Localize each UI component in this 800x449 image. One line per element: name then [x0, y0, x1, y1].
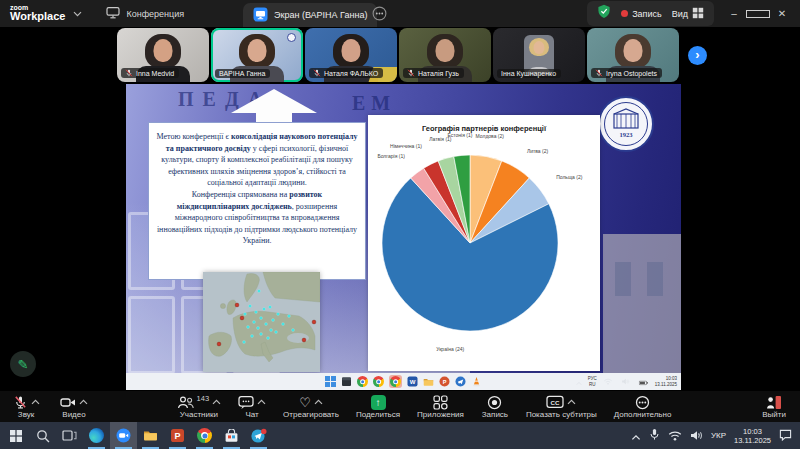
toolbar-chat-button[interactable]: Чат: [238, 394, 266, 419]
shared-taskbar-vlc-icon: [471, 376, 482, 387]
shared-taskbar-chrome-icon: [373, 376, 384, 387]
action-center-icon[interactable]: [779, 427, 792, 445]
zoom-workplace-logo: zoom Workplace: [10, 4, 65, 23]
taskbar-ppt-icon[interactable]: P: [164, 422, 191, 449]
next-participants-button[interactable]: ›: [688, 46, 707, 65]
europe-map: [203, 272, 320, 372]
shared-clock: 10:0313.11.2025: [655, 376, 677, 386]
toolbar-share-button[interactable]: ↑Поделиться: [356, 394, 400, 419]
shared-language-indicator: РУСRU: [588, 376, 597, 386]
toolbar-button-label: Поделиться: [356, 410, 400, 419]
tray-mic-icon[interactable]: [649, 427, 660, 445]
toolbar-captions-button[interactable]: CCПоказать субтитры: [526, 394, 597, 419]
chevron-up-icon[interactable]: [314, 399, 323, 405]
toolbar-apps-button[interactable]: Приложения: [417, 394, 464, 419]
view-button[interactable]: Вид: [672, 7, 704, 21]
toolbar-more-button[interactable]: Дополнительно: [614, 394, 672, 419]
toolbar-button-label: Чат: [245, 410, 258, 419]
toolbar-button-label: Запись: [482, 410, 508, 419]
participant-tile[interactable]: Наталя ФАЛЬКО: [305, 28, 397, 82]
participant-tile[interactable]: Iryna Ostopolets: [587, 28, 679, 82]
toolbar-react-button[interactable]: ♡Отреагировать: [283, 394, 339, 419]
meeting-icon: [106, 6, 120, 21]
toolbar-button-label: Видео: [62, 410, 85, 419]
taskbar-store-icon[interactable]: [218, 422, 245, 449]
taskbar-zm-icon[interactable]: [110, 422, 137, 449]
chevron-down-icon[interactable]: [73, 11, 82, 17]
shared-screen-stage: ПЕДА ЕМ Метою конференції є консолідація…: [0, 83, 800, 391]
svg-text:CC: CC: [551, 399, 560, 406]
shared-taskbar-win11-icon: [325, 376, 336, 387]
close-button[interactable]: ✕: [770, 0, 794, 27]
pie-label: Естонія (1): [448, 132, 473, 138]
pie-label: Німеччина (1): [390, 143, 422, 149]
toolbar-button-label: Приложения: [417, 410, 464, 419]
shared-taskbar-tray: РУСRU 10:0313.11.2025: [574, 373, 677, 390]
participant-tile[interactable]: ВАРІНА Ганна: [211, 28, 303, 82]
toolbar-audio-button[interactable]: Звук: [12, 394, 40, 419]
titlebar: zoom Workplace Конференция Экран (ВАРІНА…: [0, 0, 800, 27]
participant-name: Iryna Ostopolets: [606, 70, 657, 77]
tray-speaker-icon[interactable]: [690, 427, 703, 445]
ppl-icon: [177, 395, 194, 410]
mic-muted-icon: [595, 69, 603, 77]
pie-label: Литва (2): [527, 148, 549, 154]
chevron-up-icon[interactable]: [79, 399, 88, 405]
participant-tile[interactable]: Інна Кушнаренко: [493, 28, 585, 82]
shared-taskbar-icons: WP: [325, 375, 482, 388]
record-dot-icon: [621, 10, 628, 17]
objective-textbox: Метою конференції є консолідація науково…: [148, 122, 366, 280]
camera-icon: [60, 395, 76, 410]
toolbar-participants-button[interactable]: 143Участники: [177, 394, 222, 419]
maximize-button[interactable]: [746, 0, 770, 27]
more-icon: [635, 395, 650, 410]
chat-icon: [238, 395, 254, 410]
zoom-meeting-window: zoom Workplace Конференция Экран (ВАРІНА…: [0, 0, 800, 449]
recording-indicator[interactable]: Запись: [621, 9, 662, 19]
tab-meeting[interactable]: Конференция: [106, 6, 184, 21]
tray-chevron-up-icon[interactable]: [631, 427, 641, 445]
svg-text:W: W: [410, 379, 416, 385]
participant-name-pill: Наталя ФАЛЬКО: [309, 68, 383, 78]
language-indicator[interactable]: УКР: [711, 431, 726, 440]
status-pill: Запись Вид: [587, 1, 714, 26]
participant-filmstrip: Inna MedvidВАРІНА ГаннаНаталя ФАЛЬКОНата…: [0, 27, 800, 83]
battery-icon: [636, 373, 651, 391]
tab-screen-share[interactable]: Экран (ВАРІНА Ганна): [243, 3, 377, 27]
titlebar-right: Запись Вид – ✕: [587, 0, 794, 27]
taskbar-search-icon[interactable]: [29, 422, 56, 449]
participant-name: Інна Кушнаренко: [501, 70, 556, 77]
apps-icon: [433, 395, 448, 410]
toolbar-leave-button[interactable]: Выйти: [760, 394, 788, 419]
toolbar-video-button[interactable]: Видео: [60, 394, 88, 419]
shared-taskbar-word-icon: W: [407, 376, 418, 387]
chevron-up-icon[interactable]: [31, 399, 40, 405]
participant-name: ВАРІНА Ганна: [219, 70, 265, 77]
annotation-button[interactable]: ✎: [10, 351, 36, 377]
logo-year: 1923: [620, 131, 634, 138]
participant-tile[interactable]: Наталія Гузь: [399, 28, 491, 82]
svg-text:P: P: [174, 431, 180, 441]
taskbar-tg-icon[interactable]: [245, 422, 272, 449]
chevron-up-icon[interactable]: [257, 399, 266, 405]
taskbar-folder-icon[interactable]: [137, 422, 164, 449]
participant-tile[interactable]: Inna Medvid: [117, 28, 209, 82]
chevron-up-icon[interactable]: [567, 399, 576, 405]
tab-options-icon[interactable]: [372, 6, 387, 25]
zoom-toolbar: ЗвукВидео 143УчастникиЧат♡Отреагировать↑…: [0, 391, 800, 422]
window-controls: – ✕: [722, 0, 794, 27]
grid-view-icon: [692, 7, 704, 21]
minimize-button[interactable]: –: [722, 0, 746, 27]
taskbar-start10-icon[interactable]: [2, 422, 29, 449]
taskbar-edge-icon[interactable]: [83, 422, 110, 449]
chevron-up-icon[interactable]: [212, 399, 221, 405]
clock[interactable]: 10:0313.11.2025: [734, 427, 771, 445]
toolbar-record-button[interactable]: Запись: [481, 394, 509, 419]
pencil-icon: ✎: [18, 357, 29, 372]
tray-network-icon[interactable]: [668, 427, 682, 445]
shared-taskbar-bluec-icon: [455, 376, 466, 387]
security-shield-icon[interactable]: [597, 4, 611, 23]
taskbar-tview-icon[interactable]: [56, 422, 83, 449]
shared-taskbar-chrome-icon: [389, 375, 402, 388]
taskbar-chrome-icon[interactable]: [191, 422, 218, 449]
